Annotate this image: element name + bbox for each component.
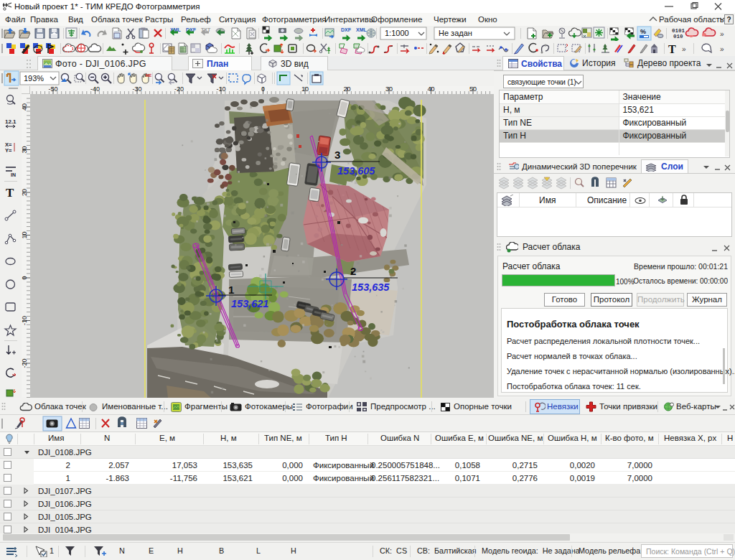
svg-text:-10: -10 <box>22 316 28 325</box>
svg-text:%: % <box>640 28 646 35</box>
svg-text:»: » <box>682 45 686 53</box>
svg-text:»: » <box>720 30 724 38</box>
svg-text:40: 40 <box>427 86 434 93</box>
svg-text:10: 10 <box>22 231 28 238</box>
svg-text:T: T <box>668 43 676 55</box>
svg-text:XML: XML <box>356 27 368 32</box>
svg-text:0101: 0101 <box>672 28 685 34</box>
svg-text:20: 20 <box>22 189 28 196</box>
svg-text:153,621: 153,621 <box>231 298 268 309</box>
svg-text:1: 1 <box>228 284 234 296</box>
svg-text:-10: -10 <box>216 86 225 93</box>
svg-text:20: 20 <box>343 86 350 93</box>
svg-text:12.1: 12.1 <box>5 118 17 125</box>
svg-text:Y=: Y= <box>5 147 12 154</box>
svg-text:10: 10 <box>301 86 309 93</box>
svg-text:Не задан: Не задан <box>439 29 472 37</box>
svg-text:T: T <box>6 186 14 200</box>
svg-text:193%: 193% <box>24 74 44 83</box>
svg-text:3: 3 <box>334 149 340 161</box>
svg-text:0: 0 <box>261 86 265 93</box>
svg-text:30: 30 <box>385 86 393 93</box>
svg-text:1:1000: 1:1000 <box>385 29 409 37</box>
svg-text:-20: -20 <box>174 86 184 93</box>
svg-text:-30: -30 <box>132 86 141 93</box>
svg-text:-20: -20 <box>22 358 28 368</box>
svg-text:010: 010 <box>673 34 683 39</box>
svg-text:DXF: DXF <box>341 27 352 32</box>
svg-text:-50: -50 <box>48 86 57 93</box>
svg-text:»: » <box>720 45 724 53</box>
svg-text:30: 30 <box>22 146 28 153</box>
svg-text:NE: NE <box>146 73 151 78</box>
svg-text:153,605: 153,605 <box>337 165 375 177</box>
svg-text:-40: -40 <box>90 86 100 93</box>
svg-text:153,635: 153,635 <box>352 281 390 293</box>
svg-text:0: 0 <box>22 276 28 279</box>
svg-text:40: 40 <box>22 103 28 111</box>
svg-text:50: 50 <box>469 86 477 93</box>
svg-text:IN: IN <box>11 172 16 177</box>
svg-text:2: 2 <box>350 265 356 277</box>
